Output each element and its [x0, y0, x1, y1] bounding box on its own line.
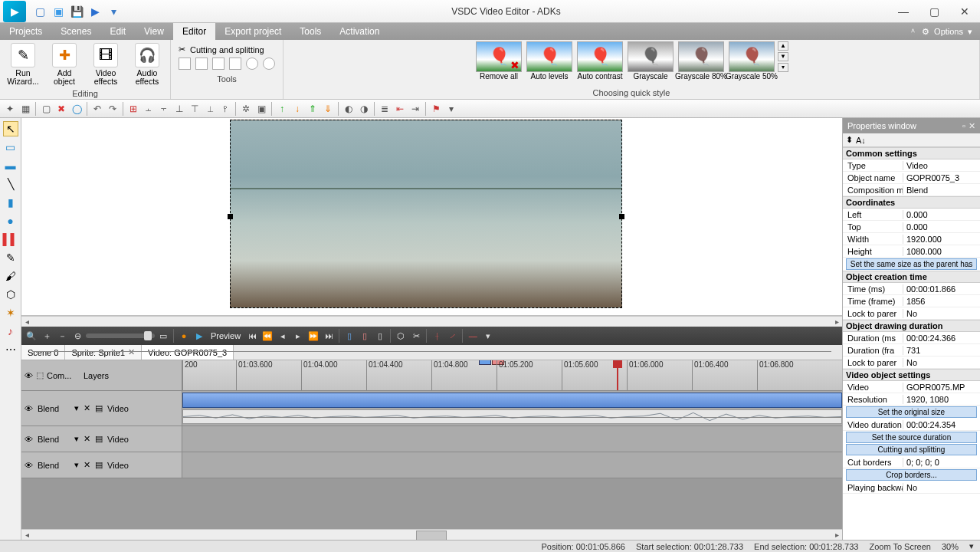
in-marker[interactable] [479, 360, 491, 365]
tb-icon[interactable]: ✦ [3, 102, 17, 116]
qat-play-icon[interactable]: ▶ [89, 5, 101, 18]
tab-edit[interactable]: Edit [100, 23, 135, 40]
tool-line-icon[interactable]: ╲ [3, 176, 18, 192]
tab-export[interactable]: Export project [215, 23, 290, 40]
wave-icon[interactable]: ✕ [84, 460, 90, 470]
zoom-to-screen-button[interactable]: Zoom To Screen [869, 542, 931, 551]
tb-icon[interactable]: ◐ [342, 102, 356, 116]
zoom-slider[interactable] [86, 334, 155, 338]
tool-brush-icon[interactable]: 🖌 [3, 268, 18, 284]
run-wizard-button[interactable]: ✎Run Wizard... [3, 41, 43, 87]
tool-icon[interactable] [229, 58, 241, 70]
eye-icon[interactable]: 👁 [25, 461, 33, 470]
options-dropdown-icon[interactable]: ▾ [968, 27, 972, 37]
tab-scenes[interactable]: Scenes [51, 23, 100, 40]
menu-icon[interactable]: ▤ [95, 434, 103, 444]
tool-icon[interactable] [212, 58, 225, 70]
tool-rect-icon[interactable]: ▮ [3, 195, 18, 210]
tool-icon[interactable]: ♪ [3, 324, 18, 339]
tb-icon[interactable]: ▾ [444, 102, 458, 116]
track-body[interactable] [182, 452, 842, 478]
tool-icon[interactable]: ▌▌ [3, 232, 18, 247]
cutting-splitting-button[interactable]: Cutting and splitting [846, 444, 977, 455]
tb-flag-icon[interactable]: ⚑ [429, 102, 443, 116]
tb-align-icon[interactable]: ⊞ [126, 102, 140, 116]
group-vos[interactable]: Video object settings [843, 369, 980, 381]
style-remove-all[interactable]: 🎈✖Remove all [474, 41, 523, 80]
chevron-down-icon[interactable]: ▾ [74, 434, 79, 444]
group-oct[interactable]: Object creation time [843, 271, 980, 283]
style-grayscale[interactable]: 🎈Grayscale [626, 41, 675, 80]
tb-icon[interactable]: ▦ [18, 102, 32, 116]
scroll-right-icon[interactable]: ▸ [831, 317, 842, 327]
pin-icon[interactable]: ▫ [962, 121, 965, 131]
gear-icon[interactable]: ⚙ [922, 27, 929, 37]
crop-borders-button[interactable]: Crop borders... [846, 469, 977, 481]
menu-icon[interactable]: ▤ [95, 460, 103, 470]
tb-icon[interactable]: ≣ [378, 102, 392, 116]
tool-rotate-ccw-icon[interactable] [246, 58, 258, 70]
zoom-dropdown-icon[interactable]: ▾ [969, 541, 974, 551]
style-scroll-up-icon[interactable]: ▲ [778, 41, 788, 51]
lock-icon[interactable]: ⬚ [36, 370, 44, 380]
eye-icon[interactable]: 👁 [25, 404, 33, 413]
tb-arrow-down-icon[interactable]: ⇓ [321, 102, 335, 116]
style-scroll-down-icon[interactable]: ▼ [778, 52, 788, 61]
style-grayscale-80[interactable]: 🎈Grayscale 80% [677, 41, 726, 80]
cutting-label[interactable]: Cutting and splitting [190, 45, 264, 54]
minimize-button[interactable]: — [888, 1, 919, 22]
close-button[interactable]: ✕ [949, 1, 980, 22]
tb-align-icon[interactable]: ⫯ [218, 102, 232, 116]
collapse-ribbon-icon[interactable]: ＾ [909, 26, 917, 38]
tool-ellipse-icon[interactable]: ● [3, 213, 18, 228]
qat-open-icon[interactable]: ▣ [52, 5, 64, 18]
tb-icon[interactable]: ✲ [239, 102, 253, 116]
scroll-right-icon[interactable]: ▸ [831, 530, 842, 540]
tb-icon[interactable]: ⇤ [393, 102, 407, 116]
tb-arrow-down-icon[interactable]: ↓ [290, 102, 304, 116]
track-body[interactable] [182, 391, 842, 426]
tb-align-icon[interactable]: ⫟ [157, 102, 171, 116]
tb-redo-icon[interactable]: ↷ [106, 102, 120, 116]
style-grayscale-50[interactable]: 🎈Grayscale 50% [727, 41, 776, 80]
menu-icon[interactable]: ▤ [95, 403, 103, 413]
wave-icon[interactable]: ✕ [84, 434, 90, 444]
zoom-value[interactable]: 30% [942, 542, 959, 551]
sort-az-icon[interactable]: A↓ [856, 136, 866, 145]
tb-icon[interactable]: ⇥ [408, 102, 422, 116]
set-source-duration-button[interactable]: Set the source duration [846, 432, 977, 443]
tb-arrow-up-icon[interactable]: ⇑ [306, 102, 320, 116]
wave-icon[interactable]: ✕ [84, 403, 90, 413]
scroll-left-icon[interactable]: ◂ [21, 530, 32, 540]
preview-scrollbar[interactable]: ◂ ▸ [21, 316, 842, 327]
tab-projects[interactable]: Projects [0, 23, 51, 40]
audio-waveform[interactable] [182, 409, 842, 424]
tool-cursor-icon[interactable]: ↖ [3, 121, 18, 136]
style-auto-contrast[interactable]: 🎈Auto contrast [575, 41, 624, 80]
group-common[interactable]: Common settings [843, 147, 980, 159]
tb-delete-icon[interactable]: ✖ [54, 102, 68, 116]
qat-save-icon[interactable]: 💾 [70, 5, 83, 18]
tool-icon[interactable] [195, 58, 208, 70]
tb-align-icon[interactable]: ⫠ [142, 102, 156, 116]
tool-icon[interactable]: ✶ [3, 305, 18, 320]
preview-area[interactable] [21, 118, 842, 316]
tool-rotate-cw-icon[interactable] [263, 58, 275, 70]
group-coords[interactable]: Coordinates [843, 196, 980, 209]
sort-icon[interactable]: ⬍ [846, 135, 853, 145]
tb-align-icon[interactable]: ⊥ [172, 102, 186, 116]
qat-new-icon[interactable]: ▢ [34, 5, 46, 18]
timeline-ruler[interactable]: 200 01:03.600 01:04.000 01:04.400 01:04.… [182, 360, 842, 390]
tb-icon[interactable]: ◑ [357, 102, 371, 116]
add-object-button[interactable]: ✚Add object [44, 41, 84, 87]
playhead[interactable] [617, 360, 618, 390]
group-odd[interactable]: Object drawing duration [843, 320, 980, 332]
tab-editor[interactable]: Editor [173, 23, 215, 40]
video-effects-button[interactable]: 🎞Video effects [86, 41, 126, 87]
tab-activation[interactable]: Activation [330, 23, 388, 40]
eye-icon[interactable]: 👁 [25, 371, 33, 380]
maximize-button[interactable]: ▢ [919, 1, 949, 22]
tb-icon[interactable]: ▢ [39, 102, 53, 116]
chevron-down-icon[interactable]: ▾ [74, 460, 79, 470]
style-auto-levels[interactable]: 🎈Auto levels [525, 41, 574, 80]
